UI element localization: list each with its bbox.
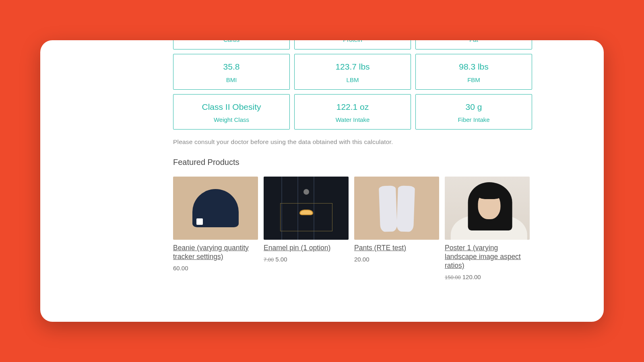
stat-card-weight-class: Class II Obesity Weight Class (173, 94, 290, 130)
stat-label: FBM (420, 76, 528, 83)
stat-label: Fiber Intake (420, 116, 528, 123)
product-price: 7.005.00 (264, 256, 349, 263)
stat-card-bmi: 35.8 BMI (173, 54, 290, 89)
product-name-link[interactable]: Beanie (varying quantity tracker setting… (173, 244, 258, 261)
price-old: 150.00 (445, 274, 461, 280)
stat-card-lbm: 123.7 lbs LBM (294, 54, 411, 89)
price-old: 7.00 (264, 257, 274, 263)
stat-label: BMI (178, 76, 285, 83)
stat-card-protein: 161 g Protein (294, 40, 411, 49)
product-card[interactable]: Enamel pin (1 option) 7.005.00 (264, 177, 349, 280)
product-name-link[interactable]: Pants (RTE test) (354, 244, 439, 253)
product-image[interactable] (445, 177, 530, 240)
product-name-link[interactable]: Enamel pin (1 option) (264, 244, 349, 253)
price-current: 5.00 (275, 256, 287, 263)
price-current: 60.00 (173, 265, 188, 272)
stat-card-fat: 71 g Fat (415, 40, 532, 49)
product-price: 150.00120.00 (445, 274, 530, 280)
price-current: 120.00 (462, 274, 481, 280)
product-price: 20.00 (354, 256, 439, 263)
app-window: 217 g Carbs 161 g Protein 71 g Fat 35.8 … (40, 40, 604, 322)
stat-value: Class II Obesity (178, 101, 285, 112)
stat-value: 98.3 lbs (420, 61, 528, 72)
product-name-link[interactable]: Poster 1 (varying landscape image aspect… (445, 244, 530, 270)
stat-label: Protein (299, 40, 407, 43)
stat-card-carbs: 217 g Carbs (173, 40, 290, 49)
products-grid: Beanie (varying quantity tracker setting… (173, 177, 535, 280)
stat-value: 35.8 (178, 61, 285, 72)
stats-grid: 217 g Carbs 161 g Protein 71 g Fat 35.8 … (173, 40, 535, 130)
stat-card-fbm: 98.3 lbs FBM (415, 54, 532, 89)
stat-label: Weight Class (178, 116, 285, 123)
stat-label: LBM (299, 76, 407, 83)
product-image[interactable] (173, 177, 258, 240)
product-image[interactable] (264, 177, 349, 240)
stat-label: Carbs (178, 40, 285, 43)
scroll-viewport: 217 g Carbs 161 g Protein 71 g Fat 35.8 … (40, 40, 604, 296)
product-price: 60.00 (173, 265, 258, 272)
stat-card-water-intake: 122.1 oz Water Intake (294, 94, 411, 130)
disclaimer-text: Please consult your doctor before using … (173, 138, 535, 146)
product-card[interactable]: Beanie (varying quantity tracker setting… (173, 177, 258, 280)
product-image[interactable] (354, 177, 439, 240)
price-current: 20.00 (354, 256, 369, 263)
stat-value: 122.1 oz (299, 101, 407, 112)
stat-card-fiber-intake: 30 g Fiber Intake (415, 94, 532, 130)
stat-value: 30 g (420, 101, 528, 112)
stat-value: 123.7 lbs (299, 61, 407, 72)
featured-products-heading: Featured Products (173, 158, 535, 167)
stat-label: Water Intake (299, 116, 407, 123)
stat-label: Fat (420, 40, 528, 43)
product-card[interactable]: Poster 1 (varying landscape image aspect… (445, 177, 530, 280)
main-content: 217 g Carbs 161 g Protein 71 g Fat 35.8 … (173, 40, 535, 280)
product-card[interactable]: Pants (RTE test) 20.00 (354, 177, 439, 280)
